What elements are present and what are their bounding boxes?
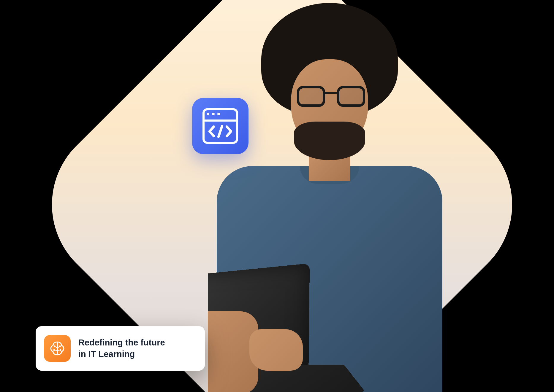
brain-ai-icon (49, 340, 66, 357)
tagline-card: Redefining the future in IT Learning (36, 326, 205, 371)
tagline-text: Redefining the future in IT Learning (78, 337, 165, 360)
brain-badge (44, 335, 71, 362)
tagline-line-1: Redefining the future (78, 337, 165, 348)
code-badge (192, 98, 248, 154)
tagline-line-2: in IT Learning (78, 348, 165, 360)
code-browser-icon (202, 108, 238, 144)
person-illustration (208, 3, 475, 392)
svg-line-0 (219, 126, 222, 137)
